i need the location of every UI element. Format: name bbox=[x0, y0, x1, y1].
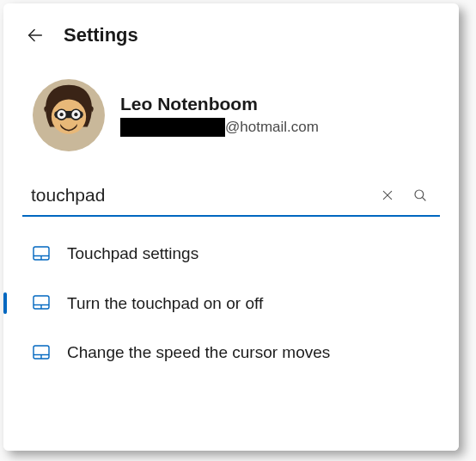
settings-window: Settings Leo Notenboom @hotmail.com bbox=[3, 3, 459, 451]
svg-point-7 bbox=[74, 113, 77, 116]
clear-search-button[interactable] bbox=[373, 181, 402, 210]
result-label: Touchpad settings bbox=[67, 243, 198, 265]
profile-section: Leo Notenboom @hotmail.com bbox=[3, 55, 459, 175]
back-button[interactable] bbox=[26, 26, 45, 45]
touchpad-icon bbox=[31, 243, 52, 264]
search-icon bbox=[412, 187, 428, 203]
touchpad-icon bbox=[31, 342, 52, 363]
fade-edge bbox=[3, 428, 459, 451]
user-info: Leo Notenboom @hotmail.com bbox=[120, 94, 319, 137]
svg-line-11 bbox=[422, 197, 425, 200]
close-icon bbox=[381, 188, 394, 202]
result-touchpad-settings[interactable]: Touchpad settings bbox=[22, 229, 440, 279]
page-title: Settings bbox=[64, 24, 138, 46]
avatar-image bbox=[33, 79, 105, 151]
search-results: Touchpad settings Turn the touchpad on o… bbox=[3, 217, 459, 378]
user-email: @hotmail.com bbox=[120, 118, 319, 137]
redacted-email-localpart bbox=[120, 118, 225, 137]
search-button[interactable] bbox=[406, 181, 435, 210]
header: Settings bbox=[3, 19, 459, 55]
search-input[interactable] bbox=[31, 181, 369, 209]
result-touchpad-toggle[interactable]: Turn the touchpad on or off bbox=[22, 279, 440, 329]
email-domain: @hotmail.com bbox=[225, 119, 319, 136]
result-label: Change the speed the cursor moves bbox=[67, 341, 330, 364]
result-cursor-speed[interactable]: Change the speed the cursor moves bbox=[22, 328, 440, 378]
touchpad-icon bbox=[31, 292, 52, 313]
svg-point-6 bbox=[60, 113, 64, 116]
user-name: Leo Notenboom bbox=[120, 94, 319, 114]
arrow-left-icon bbox=[26, 26, 45, 45]
result-label: Turn the touchpad on or off bbox=[67, 292, 263, 315]
search-container bbox=[3, 175, 459, 217]
avatar[interactable] bbox=[33, 79, 105, 151]
search-box[interactable] bbox=[22, 175, 440, 217]
